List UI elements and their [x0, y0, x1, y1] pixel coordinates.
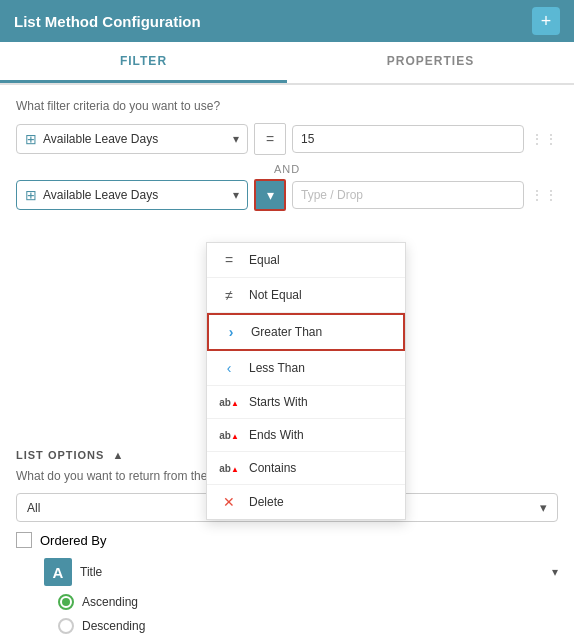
field-chevron-2: ▾: [233, 188, 239, 202]
drag-handle-2[interactable]: ⋮⋮: [530, 187, 558, 203]
greater-than-icon: ›: [221, 324, 241, 340]
descending-label: Descending: [82, 619, 145, 633]
ordered-by-row: Ordered By: [16, 532, 558, 548]
radio-circle-ascending: [58, 594, 74, 610]
dropdown-item-contains[interactable]: ab▲ Contains: [207, 452, 405, 485]
operator-symbol-1: =: [266, 131, 274, 147]
starts-with-label: Starts With: [249, 395, 308, 409]
dropdown-chevron-icon: ▾: [267, 187, 274, 203]
delete-label: Delete: [249, 495, 284, 509]
dropdown-item-greater-than[interactable]: › Greater Than: [207, 313, 405, 351]
list-options-title: LIST OPTIONS: [16, 449, 104, 461]
order-field-letter: A: [53, 564, 64, 581]
delete-icon: ✕: [219, 494, 239, 510]
order-field-text: Title: [80, 565, 544, 579]
ordered-by-label: Ordered By: [40, 533, 106, 548]
field-text-1: Available Leave Days: [43, 132, 227, 146]
equal-label: Equal: [249, 253, 280, 267]
ascending-label: Ascending: [82, 595, 138, 609]
tab-bar: FILTER PROPERTIES: [0, 42, 574, 85]
tab-filter[interactable]: FILTER: [0, 42, 287, 83]
less-than-label: Less Than: [249, 361, 305, 375]
window-title: List Method Configuration: [14, 13, 201, 30]
field-select-2[interactable]: ⊞ Available Leave Days ▾: [16, 180, 248, 210]
add-icon[interactable]: +: [532, 7, 560, 35]
and-label: AND: [16, 163, 558, 175]
drag-handle-1[interactable]: ⋮⋮: [530, 131, 558, 147]
order-field-chevron-down: ▾: [552, 565, 558, 579]
field-text-2: Available Leave Days: [43, 188, 227, 202]
equal-icon: =: [219, 252, 239, 268]
order-field-row: A Title ▾: [44, 558, 558, 586]
contains-label: Contains: [249, 461, 296, 475]
window: List Method Configuration + FILTER PROPE…: [0, 0, 574, 635]
title-bar: List Method Configuration +: [0, 0, 574, 42]
operator-dropdown-btn[interactable]: ▾: [254, 179, 286, 211]
main-content: What filter criteria do you want to use?…: [0, 85, 574, 635]
order-field-icon: A: [44, 558, 72, 586]
not-equal-icon: ≠: [219, 287, 239, 303]
radio-circle-descending: [58, 618, 74, 634]
not-equal-label: Not Equal: [249, 288, 302, 302]
field-icon-2: ⊞: [25, 187, 37, 203]
dropdown-item-equal[interactable]: = Equal: [207, 243, 405, 278]
filter-row-1: ⊞ Available Leave Days ▾ = ⋮⋮: [16, 123, 558, 155]
ends-with-icon: ab▲: [219, 430, 239, 441]
starts-with-icon: ab▲: [219, 397, 239, 408]
greater-than-label: Greater Than: [251, 325, 322, 339]
ordered-by-checkbox[interactable]: [16, 532, 32, 548]
value-input-1[interactable]: [292, 125, 524, 153]
radio-descending[interactable]: Descending: [58, 618, 558, 634]
sort-radio-group: Ascending Descending: [58, 594, 558, 634]
list-select-chevron: ▾: [540, 500, 547, 515]
filter-row-2: ⊞ Available Leave Days ▾ ▾ ⋮⋮: [16, 179, 558, 211]
list-options-arrow: ▲: [112, 449, 123, 461]
dropdown-item-starts-with[interactable]: ab▲ Starts With: [207, 386, 405, 419]
dropdown-item-less-than[interactable]: ‹ Less Than: [207, 351, 405, 386]
field-icon-1: ⊞: [25, 131, 37, 147]
dropdown-item-not-equal[interactable]: ≠ Not Equal: [207, 278, 405, 313]
ends-with-label: Ends With: [249, 428, 304, 442]
tab-properties[interactable]: PROPERTIES: [287, 42, 574, 83]
field-chevron-1: ▾: [233, 132, 239, 146]
operator-box-1[interactable]: =: [254, 123, 286, 155]
contains-icon: ab▲: [219, 463, 239, 474]
dropdown-item-ends-with[interactable]: ab▲ Ends With: [207, 419, 405, 452]
operator-dropdown-menu: = Equal ≠ Not Equal › Greater Than ‹ Les…: [206, 242, 406, 520]
dropdown-item-delete[interactable]: ✕ Delete: [207, 485, 405, 519]
radio-ascending[interactable]: Ascending: [58, 594, 558, 610]
field-select-1[interactable]: ⊞ Available Leave Days ▾: [16, 124, 248, 154]
less-than-icon: ‹: [219, 360, 239, 376]
filter-question: What filter criteria do you want to use?: [16, 99, 558, 113]
value-input-2[interactable]: [292, 181, 524, 209]
